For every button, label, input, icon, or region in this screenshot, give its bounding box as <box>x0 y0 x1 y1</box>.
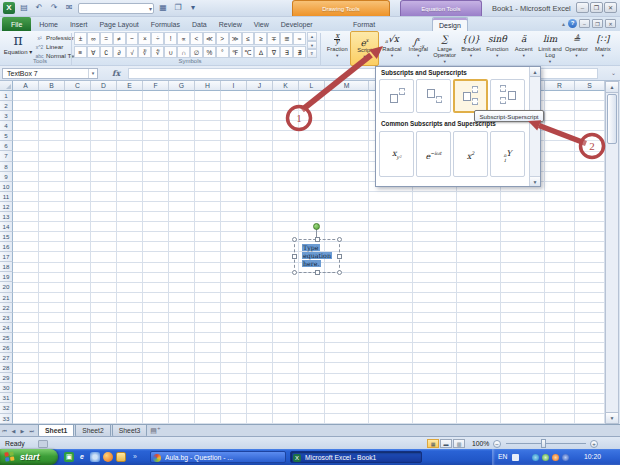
tab-design[interactable]: Design <box>432 17 468 31</box>
symbol-button[interactable]: ∇ <box>267 46 280 59</box>
start-button[interactable]: start <box>0 449 58 465</box>
workbook-restore-button[interactable]: ❐ <box>592 19 603 28</box>
column-header-L[interactable]: L <box>299 81 325 91</box>
row-header-27[interactable]: 27 <box>0 353 13 363</box>
tab-developer[interactable]: Developer <box>275 17 319 31</box>
close-button[interactable]: ✕ <box>604 2 617 13</box>
column-header-H[interactable]: H <box>195 81 221 91</box>
symbol-button[interactable]: ∁ <box>100 46 113 59</box>
firefox-icon[interactable] <box>103 452 113 462</box>
symbol-button[interactable]: ± <box>74 32 87 45</box>
resize-handle[interactable] <box>337 237 342 242</box>
symbol-button[interactable]: ∆ <box>254 46 267 59</box>
symbol-button[interactable]: ∅ <box>190 46 203 59</box>
row-header-19[interactable]: 19 <box>0 272 13 282</box>
common-script-tile[interactable]: xy² <box>379 131 414 177</box>
minimize-button[interactable]: – <box>576 2 589 13</box>
symbol-button[interactable]: × <box>138 32 151 45</box>
qat-combo-box[interactable] <box>78 3 154 14</box>
symbol-button[interactable]: ≠ <box>113 32 126 45</box>
symbol-button[interactable]: ∀ <box>87 46 100 59</box>
window-icon[interactable]: ❐ <box>172 2 184 14</box>
row-header-4[interactable]: 4 <box>0 121 13 131</box>
row-header-13[interactable]: 13 <box>0 212 13 222</box>
expand-formula-bar-icon[interactable]: ⌄ <box>611 69 616 76</box>
row-header-30[interactable]: 30 <box>0 383 13 393</box>
taskbar-button-browser[interactable]: Aula.bg - Question - ... <box>150 451 286 463</box>
row-header-7[interactable]: 7 <box>0 151 13 161</box>
structure-integral[interactable]: ∫x-xIntegral▼ <box>405 31 431 66</box>
symbol-button[interactable]: ∂ <box>113 46 126 59</box>
row-header-21[interactable]: 21 <box>0 293 13 303</box>
resize-handle[interactable] <box>315 237 320 242</box>
tab-format[interactable]: Format <box>347 17 381 31</box>
equation-textbox[interactable]: Type equation here. <box>294 239 340 273</box>
tab-home[interactable]: Home <box>33 17 64 31</box>
page-layout-view-button[interactable]: ▬ <box>440 439 452 448</box>
symbols-more-icon[interactable]: ⊽ <box>307 49 317 58</box>
row-header-9[interactable]: 9 <box>0 172 13 182</box>
row-header-15[interactable]: 15 <box>0 232 13 242</box>
taskbar-button-excel[interactable]: X Microsoft Excel - Book1 <box>290 451 422 463</box>
row-header-14[interactable]: 14 <box>0 222 13 232</box>
menu-tile-leftsubsup[interactable] <box>490 79 525 113</box>
structure-function[interactable]: sinθFunction▼ <box>484 31 510 66</box>
row-header-25[interactable]: 25 <box>0 333 13 343</box>
menu-scroll-down-icon[interactable]: ▼ <box>530 176 540 186</box>
symbol-button[interactable]: ∓ <box>267 32 280 45</box>
structure-bracket[interactable]: {()}Bracket▼ <box>458 31 484 66</box>
symbol-button[interactable]: ≪ <box>203 32 216 45</box>
workbook-close-button[interactable]: ✕ <box>605 19 616 28</box>
row-header-31[interactable]: 31 <box>0 393 13 403</box>
menu-tile-sup[interactable] <box>379 79 414 113</box>
row-header-17[interactable]: 17 <box>0 252 13 262</box>
resize-handle[interactable] <box>292 270 297 275</box>
vertical-scrollbar[interactable]: ▲ ▼ <box>605 81 619 424</box>
menu-tile-sub[interactable] <box>416 79 451 113</box>
email-icon[interactable]: ✉ <box>63 2 75 14</box>
resize-handle[interactable] <box>292 254 297 259</box>
tray-app-icon[interactable] <box>562 454 569 461</box>
symbol-button[interactable]: ≥ <box>254 32 267 45</box>
symbol-button[interactable]: ℉ <box>229 46 242 59</box>
zoom-slider-track[interactable] <box>506 443 586 444</box>
paste-icon[interactable]: ▦ <box>157 2 169 14</box>
symbol-button[interactable]: ≈ <box>293 32 306 45</box>
symbol-button[interactable]: % <box>203 46 216 59</box>
scroll-down-icon[interactable]: ▼ <box>606 412 618 423</box>
column-header-F[interactable]: F <box>143 81 169 91</box>
symbol-button[interactable]: ≡ <box>74 46 87 59</box>
symbol-button[interactable]: ∃ <box>280 46 293 59</box>
column-header-G[interactable]: G <box>169 81 195 91</box>
column-header-D[interactable]: D <box>91 81 117 91</box>
mode-linear[interactable]: x^2Linear <box>35 42 63 51</box>
structure-accent[interactable]: äAccent▼ <box>511 31 537 66</box>
row-header-8[interactable]: 8 <box>0 162 13 172</box>
insert-function-button[interactable]: fx <box>112 68 120 78</box>
page-break-view-button[interactable]: ▥ <box>453 439 465 448</box>
resize-handle[interactable] <box>337 270 342 275</box>
row-header-2[interactable]: 2 <box>0 101 13 111</box>
row-header-18[interactable]: 18 <box>0 262 13 272</box>
collapse-ribbon-icon[interactable]: ▲ <box>561 21 566 27</box>
symbol-button[interactable]: √ <box>126 46 139 59</box>
column-header-S[interactable]: S <box>575 81 605 91</box>
row-header-23[interactable]: 23 <box>0 313 13 323</box>
vertical-scroll-thumb[interactable] <box>607 94 617 144</box>
macro-record-icon[interactable] <box>38 440 48 448</box>
column-header-E[interactable]: E <box>117 81 143 91</box>
row-header-32[interactable]: 32 <box>0 403 13 413</box>
column-header-J[interactable]: J <box>247 81 273 91</box>
symbol-button[interactable]: ∝ <box>177 32 190 45</box>
restore-button[interactable]: ❐ <box>590 2 603 13</box>
tray-app-icon[interactable] <box>542 454 549 461</box>
row-header-20[interactable]: 20 <box>0 282 13 292</box>
menu-tile-subsup[interactable] <box>453 79 488 113</box>
save-icon[interactable]: ▤ <box>18 2 30 14</box>
symbol-button[interactable]: ÷ <box>151 32 164 45</box>
language-indicator[interactable]: EN <box>498 453 507 460</box>
common-script-tile[interactable]: e−iωt <box>416 131 451 177</box>
symbol-button[interactable]: ∜ <box>151 46 164 59</box>
structure-radical[interactable]: n√xRadical▼ <box>379 31 405 66</box>
workbook-minimize-button[interactable]: – <box>579 19 590 28</box>
